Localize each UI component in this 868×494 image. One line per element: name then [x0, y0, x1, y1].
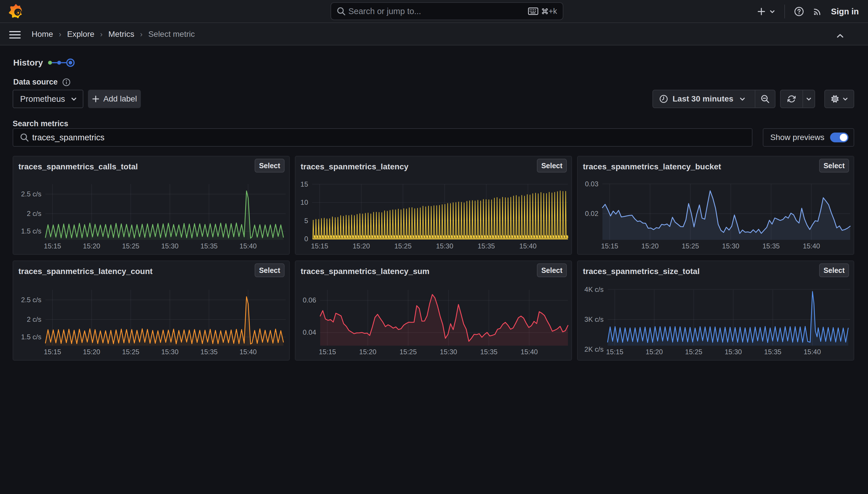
svg-text:1.5 c/s: 1.5 c/s — [21, 227, 41, 235]
svg-text:15: 15 — [300, 180, 308, 188]
svg-text:15:15: 15:15 — [44, 348, 61, 356]
svg-text:15:20: 15:20 — [642, 242, 659, 250]
svg-text:15:40: 15:40 — [804, 348, 821, 356]
svg-text:15:30: 15:30 — [725, 348, 742, 356]
svg-text:0.04: 0.04 — [303, 328, 316, 336]
svg-text:15:40: 15:40 — [519, 242, 537, 250]
svg-text:15:35: 15:35 — [200, 348, 218, 356]
svg-text:15:30: 15:30 — [161, 242, 178, 250]
svg-text:1.5 c/s: 1.5 c/s — [21, 333, 41, 341]
svg-text:2.5 c/s: 2.5 c/s — [21, 190, 41, 198]
svg-text:15:20: 15:20 — [646, 348, 663, 356]
svg-text:15:35: 15:35 — [764, 348, 782, 356]
svg-text:15:20: 15:20 — [83, 242, 100, 250]
svg-text:5: 5 — [304, 217, 308, 225]
svg-text:4K c/s: 4K c/s — [584, 286, 604, 293]
svg-text:15:20: 15:20 — [353, 242, 370, 250]
svg-text:0.03: 0.03 — [585, 180, 598, 188]
svg-text:15:25: 15:25 — [682, 242, 699, 250]
svg-text:15:40: 15:40 — [239, 242, 257, 250]
svg-text:15:40: 15:40 — [239, 348, 257, 356]
svg-text:15:35: 15:35 — [763, 242, 780, 250]
svg-text:0.02: 0.02 — [585, 210, 598, 217]
svg-text:15:25: 15:25 — [394, 242, 412, 250]
svg-text:15:30: 15:30 — [722, 242, 739, 250]
svg-text:15:35: 15:35 — [478, 242, 495, 250]
svg-text:15:15: 15:15 — [319, 348, 336, 356]
svg-text:0.06: 0.06 — [303, 296, 316, 304]
svg-text:15:25: 15:25 — [685, 348, 703, 356]
svg-text:15:30: 15:30 — [440, 348, 457, 356]
svg-text:15:30: 15:30 — [161, 348, 178, 356]
svg-text:15:15: 15:15 — [601, 242, 618, 250]
svg-text:15:25: 15:25 — [399, 348, 417, 356]
svg-text:0: 0 — [304, 235, 308, 243]
svg-text:15:35: 15:35 — [200, 242, 218, 250]
svg-text:15:25: 15:25 — [122, 242, 139, 250]
svg-text:15:20: 15:20 — [359, 348, 376, 356]
svg-text:2.5 c/s: 2.5 c/s — [21, 296, 41, 304]
svg-text:15:15: 15:15 — [44, 242, 61, 250]
svg-text:2 c/s: 2 c/s — [27, 316, 41, 323]
svg-text:10: 10 — [300, 198, 308, 206]
svg-text:2K c/s: 2K c/s — [584, 345, 604, 353]
svg-text:3K c/s: 3K c/s — [584, 316, 604, 323]
svg-text:15:25: 15:25 — [122, 348, 139, 356]
svg-text:15:30: 15:30 — [436, 242, 453, 250]
svg-text:15:35: 15:35 — [480, 348, 497, 356]
svg-text:15:40: 15:40 — [520, 348, 538, 356]
svg-text:15:15: 15:15 — [311, 242, 328, 250]
svg-text:2 c/s: 2 c/s — [27, 210, 41, 217]
svg-text:15:15: 15:15 — [606, 348, 624, 356]
svg-text:15:20: 15:20 — [83, 348, 100, 356]
svg-text:15:40: 15:40 — [803, 242, 820, 250]
